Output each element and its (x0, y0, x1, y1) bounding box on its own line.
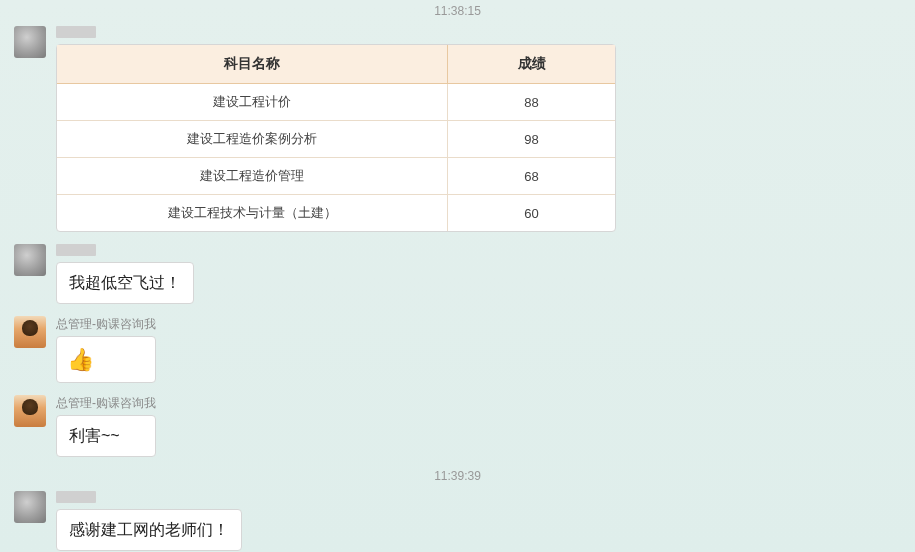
sender-name: 总管理-购课咨询我 (56, 316, 156, 333)
message-row: 我超低空飞过！ (0, 240, 915, 312)
sender-name (56, 491, 242, 506)
cell-subject: 建设工程计价 (57, 84, 448, 121)
message-bubble[interactable]: 感谢建工网的老师们！ (56, 509, 242, 551)
avatar[interactable] (14, 316, 46, 348)
table-header-score: 成绩 (448, 45, 615, 84)
avatar[interactable] (14, 395, 46, 427)
score-table: 科目名称 成绩 建设工程计价 88 建设工程造价案例分析 98 建设工程造价管理 (57, 45, 615, 231)
message-bubble-emoji[interactable]: 👍 (56, 336, 156, 383)
sender-name (56, 26, 616, 41)
cell-subject: 建设工程造价案例分析 (57, 121, 448, 158)
sender-name: 总管理-购课咨询我 (56, 395, 156, 412)
cell-score: 68 (448, 158, 615, 195)
avatar[interactable] (14, 244, 46, 276)
cell-score: 98 (448, 121, 615, 158)
timestamp: 11:38:15 (0, 0, 915, 22)
table-row: 建设工程造价管理 68 (57, 158, 615, 195)
avatar[interactable] (14, 26, 46, 58)
message-row: 总管理-购课咨询我 利害~~ (0, 391, 915, 465)
message-bubble[interactable]: 我超低空飞过！ (56, 262, 194, 304)
sender-name (56, 244, 194, 259)
cell-subject: 建设工程造价管理 (57, 158, 448, 195)
table-row: 建设工程计价 88 (57, 84, 615, 121)
table-row: 建设工程造价案例分析 98 (57, 121, 615, 158)
cell-score: 60 (448, 195, 615, 232)
message-bubble[interactable]: 利害~~ (56, 415, 156, 457)
cell-score: 88 (448, 84, 615, 121)
avatar[interactable] (14, 491, 46, 523)
message-row: 总管理-购课咨询我 👍 (0, 312, 915, 391)
timestamp: 11:39:39 (0, 465, 915, 487)
cell-subject: 建设工程技术与计量（土建） (57, 195, 448, 232)
score-table-bubble: 科目名称 成绩 建设工程计价 88 建设工程造价案例分析 98 建设工程造价管理 (56, 44, 616, 232)
table-row: 建设工程技术与计量（土建） 60 (57, 195, 615, 232)
message-row: 科目名称 成绩 建设工程计价 88 建设工程造价案例分析 98 建设工程造价管理 (0, 22, 915, 240)
message-row: 感谢建工网的老师们！ (0, 487, 915, 552)
table-header-subject: 科目名称 (57, 45, 448, 84)
